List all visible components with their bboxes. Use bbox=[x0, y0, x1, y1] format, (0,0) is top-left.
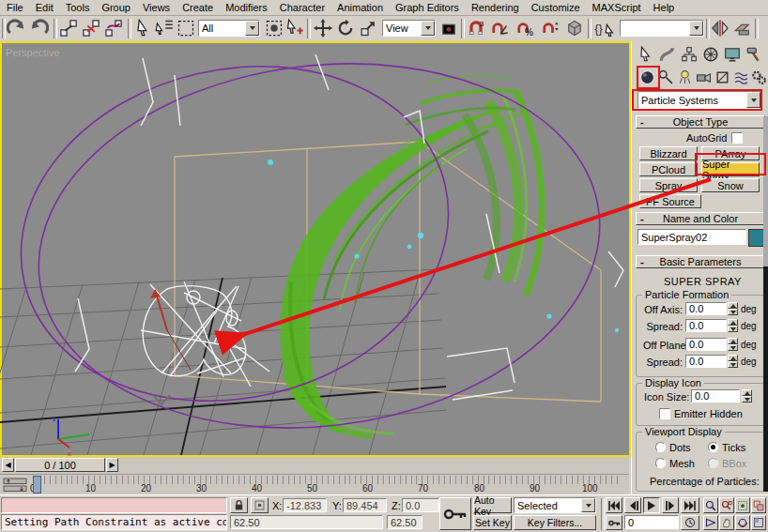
tab-utilities[interactable] bbox=[744, 44, 763, 64]
button-pcloud[interactable]: PCloud bbox=[639, 162, 698, 176]
menu-file[interactable]: File bbox=[7, 2, 23, 13]
menu-graph-editors[interactable]: Graph Editors bbox=[395, 2, 459, 13]
dropdown-arrow-icon[interactable] bbox=[746, 92, 760, 108]
select-and-manipulate-icon[interactable] bbox=[284, 18, 305, 38]
play-button[interactable] bbox=[643, 497, 660, 513]
named-selection-dropdown[interactable] bbox=[620, 20, 704, 37]
icon-size-field[interactable]: 0.0 bbox=[691, 389, 740, 403]
perspective-viewport[interactable]: z x Perspective bbox=[0, 41, 631, 457]
subcategory-dropdown[interactable]: Particle Systems bbox=[637, 91, 761, 109]
current-frame-field[interactable]: 0 bbox=[624, 515, 679, 529]
undo-icon[interactable] bbox=[6, 18, 26, 38]
zoom-all-button[interactable] bbox=[719, 497, 734, 513]
category-space-warps-icon[interactable] bbox=[732, 68, 750, 86]
rollout-collapse-icon[interactable]: - bbox=[640, 256, 644, 267]
dropdown-arrow-icon[interactable] bbox=[245, 21, 259, 36]
menu-tools[interactable]: Tools bbox=[66, 2, 90, 13]
next-frame-button[interactable] bbox=[662, 497, 679, 513]
absolute-offset-toggle[interactable] bbox=[251, 497, 269, 513]
select-region-mode-icon[interactable] bbox=[264, 18, 284, 38]
off-axis-field[interactable]: 0.0 bbox=[685, 302, 727, 315]
named-selection-sets-icon[interactable]: {} bbox=[592, 18, 617, 38]
zoom-extents-button[interactable] bbox=[735, 497, 750, 513]
angle-snap-icon[interactable] bbox=[489, 18, 510, 38]
off-plane-spinner[interactable] bbox=[728, 338, 738, 351]
set-key-button[interactable]: Set Key bbox=[473, 515, 512, 530]
menu-animation[interactable]: Animation bbox=[337, 2, 383, 13]
use-pivot-center-icon[interactable] bbox=[438, 18, 459, 38]
spread2-spinner[interactable] bbox=[728, 355, 738, 368]
rollout-collapse-icon[interactable]: - bbox=[640, 213, 644, 224]
z-coordinate-field[interactable]: 0.0 bbox=[402, 498, 439, 512]
y-coordinate-field[interactable]: 89.454 bbox=[343, 498, 387, 512]
select-by-name-icon[interactable] bbox=[154, 18, 175, 38]
maxscript-listener-line[interactable] bbox=[1, 497, 227, 513]
radio-dots[interactable] bbox=[655, 442, 666, 452]
track-bar[interactable]: 0 10 20 30 40 50 60 70 80 90 100 bbox=[0, 475, 629, 495]
rollout-name-and-color[interactable]: - Name and Color bbox=[636, 212, 765, 225]
tab-motion[interactable] bbox=[700, 44, 720, 64]
dropdown-arrow-icon[interactable] bbox=[581, 498, 595, 512]
time-slider-track[interactable]: ◀ 0 / 100 ▶ bbox=[0, 457, 629, 475]
select-and-rotate-icon[interactable] bbox=[335, 18, 356, 38]
field-of-view-button[interactable] bbox=[703, 515, 718, 530]
time-slider-thumb[interactable] bbox=[33, 476, 41, 494]
next-frame-arrow[interactable]: ▶ bbox=[106, 458, 118, 472]
button-snow[interactable]: Snow bbox=[701, 178, 760, 192]
auto-key-button[interactable]: Auto Key bbox=[473, 497, 512, 513]
rollout-object-type[interactable]: - Object Type bbox=[636, 115, 765, 129]
category-geometry-icon[interactable] bbox=[638, 68, 656, 86]
tab-modify[interactable] bbox=[657, 44, 677, 64]
spinner-snap-icon[interactable] bbox=[540, 18, 561, 38]
time-configuration-button[interactable] bbox=[681, 515, 699, 530]
object-name-field[interactable]: SuperSpray02 bbox=[637, 229, 746, 245]
select-and-move-icon[interactable] bbox=[313, 18, 333, 38]
menu-views[interactable]: Views bbox=[143, 2, 170, 13]
select-and-link-icon[interactable] bbox=[58, 18, 79, 38]
min-max-toggle-button[interactable] bbox=[751, 515, 766, 530]
menu-group[interactable]: Group bbox=[101, 2, 131, 13]
tab-hierarchy[interactable] bbox=[679, 44, 699, 64]
radio-mesh[interactable] bbox=[655, 458, 666, 468]
rollout-basic-parameters[interactable]: - Basic Parameters bbox=[636, 255, 765, 268]
selection-lock-toggle[interactable] bbox=[230, 497, 248, 513]
arc-rotate-button[interactable] bbox=[735, 515, 750, 530]
x-coordinate-field[interactable]: -12.833 bbox=[283, 498, 327, 512]
button-blizzard[interactable]: Blizzard bbox=[639, 146, 698, 160]
category-lights-icon[interactable] bbox=[676, 68, 694, 86]
percent-snap-icon[interactable]: % bbox=[515, 18, 535, 38]
icon-size-spinner[interactable] bbox=[742, 389, 752, 403]
button-pf-source[interactable]: PF Source bbox=[639, 194, 701, 208]
key-selection-set-dropdown[interactable]: Selected bbox=[514, 497, 596, 513]
selection-region-icon[interactable] bbox=[176, 18, 196, 38]
keyboard-override-icon[interactable] bbox=[564, 18, 585, 38]
button-super-spray[interactable]: Super Spray bbox=[701, 162, 760, 176]
selection-filter-dropdown[interactable]: All bbox=[198, 20, 260, 37]
category-systems-icon[interactable] bbox=[750, 68, 768, 86]
zoom-extents-all-button[interactable] bbox=[751, 497, 766, 513]
category-shapes-icon[interactable] bbox=[657, 68, 675, 86]
off-plane-field[interactable]: 0.0 bbox=[685, 338, 727, 351]
dropdown-arrow-icon[interactable] bbox=[689, 21, 703, 36]
select-and-scale-icon[interactable] bbox=[358, 18, 378, 38]
redo-icon[interactable] bbox=[29, 18, 50, 38]
menu-maxscript[interactable]: MAXScript bbox=[592, 2, 641, 13]
zoom-button[interactable] bbox=[703, 497, 718, 513]
tab-display[interactable] bbox=[722, 44, 742, 64]
key-filters-button[interactable]: Key Filters... bbox=[514, 515, 596, 530]
reference-coordinate-dropdown[interactable]: View bbox=[382, 20, 436, 37]
menu-customize[interactable]: Customize bbox=[531, 2, 580, 13]
key-mode-toggle[interactable] bbox=[606, 515, 622, 530]
snap-toggle-3d-icon[interactable]: 3 bbox=[466, 18, 486, 38]
spread1-spinner[interactable] bbox=[728, 319, 738, 332]
previous-frame-arrow[interactable]: ◀ bbox=[2, 458, 14, 472]
dropdown-arrow-icon[interactable] bbox=[421, 21, 435, 36]
button-spray[interactable]: Spray bbox=[639, 178, 698, 192]
go-to-end-button[interactable] bbox=[681, 497, 699, 513]
tab-create[interactable] bbox=[636, 44, 655, 64]
menu-create[interactable]: Create bbox=[182, 2, 213, 13]
unlink-selection-icon[interactable] bbox=[81, 18, 101, 38]
menu-modifiers[interactable]: Modifiers bbox=[225, 2, 268, 13]
off-axis-spinner[interactable] bbox=[728, 302, 738, 315]
align-icon[interactable] bbox=[732, 18, 753, 38]
